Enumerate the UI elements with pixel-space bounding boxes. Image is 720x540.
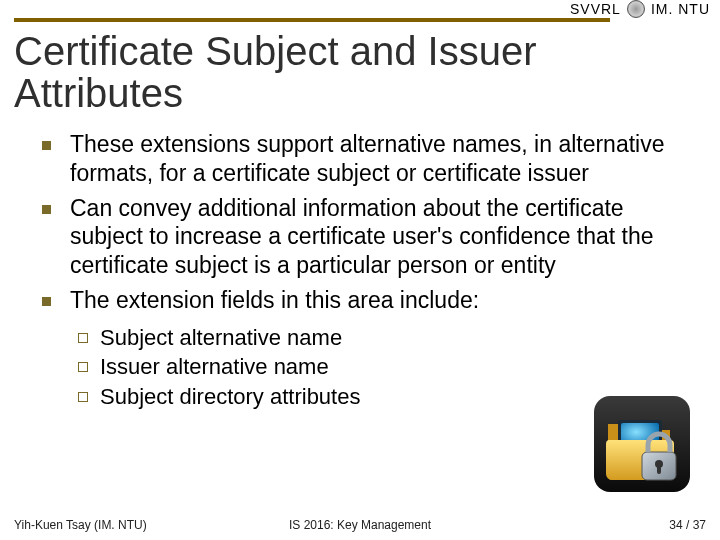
bullet-item: These extensions support alternative nam… [48,130,700,188]
bullet-item: Can convey additional information about … [48,194,700,280]
slide-header: SVVRL IM. NTU [0,0,720,6]
sub-bullet-item: Subject alternative name [78,323,700,353]
department-label: IM. NTU [651,1,710,17]
university-seal-icon [627,0,645,18]
footer-page-number: 34 / 37 [475,518,706,532]
main-bullet-list: These extensions support alternative nam… [48,130,700,315]
header-branding: SVVRL IM. NTU [570,0,710,18]
lab-label: SVVRL [570,1,621,17]
slide-footer: Yih-Kuen Tsay (IM. NTU) IS 2016: Key Man… [0,518,720,532]
sub-bullet-item: Issuer alternative name [78,352,700,382]
security-clipart-icon [592,394,692,494]
footer-course: IS 2016: Key Management [245,518,476,532]
footer-author: Yih-Kuen Tsay (IM. NTU) [14,518,245,532]
title-rule [14,18,610,22]
slide-body: These extensions support alternative nam… [0,120,720,412]
svg-rect-5 [657,466,661,474]
bullet-item: The extension fields in this area includ… [48,286,700,315]
slide-title: Certificate Subject and Issuer Attribute… [0,28,720,120]
